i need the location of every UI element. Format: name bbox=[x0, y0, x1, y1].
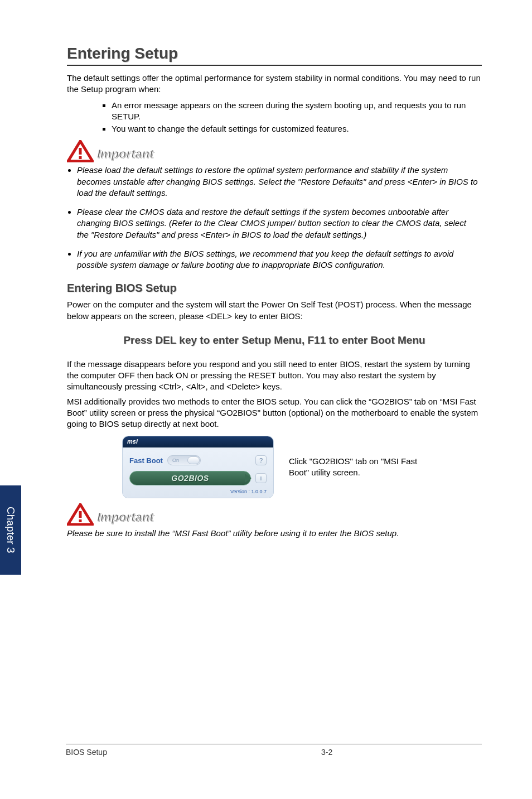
toggle-state-label: On bbox=[172, 458, 179, 463]
svg-rect-4 bbox=[79, 511, 82, 518]
important-label: Important bbox=[97, 510, 153, 524]
intro-paragraph: The default settings offer the optimal p… bbox=[67, 73, 482, 95]
footer-section-name: BIOS Setup bbox=[66, 748, 226, 757]
fastboot-description: Click "GO2BIOS" tab on "MSI Fast Boot" u… bbox=[289, 456, 434, 479]
paragraph: Power on the computer and the system wil… bbox=[67, 299, 482, 322]
warning-triangle-icon bbox=[67, 140, 94, 162]
go2bios-button-label: GO2BIOS bbox=[171, 474, 209, 483]
fastboot-version: Version : 1.0.0.7 bbox=[129, 489, 267, 494]
section-heading: Entering BIOS Setup bbox=[67, 282, 482, 295]
important-block-2: Important Please be sure to install the … bbox=[67, 503, 482, 539]
page-title: Entering Setup bbox=[67, 45, 482, 66]
chapter-tab: Chapter 3 bbox=[0, 485, 21, 575]
fastboot-toggle[interactable]: On bbox=[167, 455, 201, 465]
list-item: If you are unfamiliar with the BIOS sett… bbox=[77, 248, 482, 271]
list-item: Please load the default settings to rest… bbox=[77, 165, 482, 199]
press-del-line: Press DEL key to enter Setup Menu, F11 t… bbox=[67, 334, 482, 346]
warning-triangle-icon bbox=[67, 503, 94, 526]
important-list: Please load the default settings to rest… bbox=[77, 165, 482, 271]
list-item: An error message appears on the screen d… bbox=[112, 100, 482, 123]
list-item: You want to change the default settings … bbox=[112, 123, 482, 134]
fastboot-label: Fast Boot bbox=[129, 456, 163, 465]
go2bios-button[interactable]: GO2BIOS bbox=[129, 471, 251, 485]
list-item: Please clear the CMOS data and restore t… bbox=[77, 206, 482, 240]
svg-rect-1 bbox=[79, 148, 82, 155]
important-label: Important bbox=[97, 147, 153, 161]
footer-page-number: 3-2 bbox=[226, 748, 482, 757]
fastboot-screenshot: msi Fast Boot On ? GO2BIOS i bbox=[123, 436, 273, 498]
svg-rect-2 bbox=[79, 156, 82, 159]
main-bullet-list: An error message appears on the screen d… bbox=[112, 100, 482, 135]
page-footer: BIOS Setup 3-2 bbox=[66, 744, 482, 757]
important-note: Please be sure to install the “MSI Fast … bbox=[67, 528, 482, 539]
toggle-knob bbox=[187, 456, 200, 464]
paragraph: If the message disappears before you res… bbox=[67, 359, 482, 393]
paragraph: MSI additionally provides two methods to… bbox=[67, 396, 482, 430]
info-icon[interactable]: i bbox=[255, 473, 267, 483]
svg-rect-5 bbox=[79, 519, 82, 522]
help-icon[interactable]: ? bbox=[255, 455, 267, 465]
important-block-1: Important Please load the default settin… bbox=[67, 140, 482, 271]
arrow-right-icon bbox=[245, 474, 252, 483]
fastboot-brand: msi bbox=[123, 436, 273, 447]
